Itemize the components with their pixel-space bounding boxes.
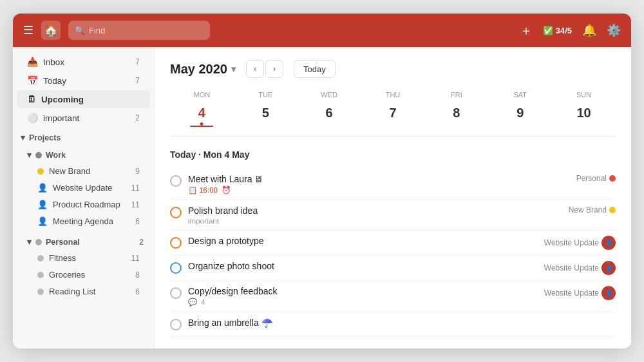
- sidebar-item-upcoming[interactable]: 🗓 Upcoming: [17, 90, 150, 108]
- day-name-sun: SUN: [576, 91, 591, 99]
- search-icon: 🔍: [75, 26, 85, 35]
- task-checkbox[interactable]: [170, 287, 182, 299]
- task-right: Personal: [538, 174, 616, 183]
- bell-icon[interactable]: 🔔: [582, 23, 596, 37]
- sidebar-item-new-brand[interactable]: New Brand 9: [17, 163, 150, 179]
- add-icon[interactable]: ＋: [520, 22, 533, 39]
- month-title[interactable]: May 2020 ▾: [170, 62, 236, 77]
- today-button[interactable]: Today: [294, 60, 336, 78]
- task-checkbox[interactable]: [170, 207, 182, 218]
- task-item: Organize photo shoot Website Update 👤: [170, 256, 616, 281]
- projects-header[interactable]: ▾ Projects: [13, 128, 154, 145]
- task-body: Copy/design feedback 💬 4: [188, 286, 532, 307]
- search-bar[interactable]: 🔍: [68, 21, 210, 40]
- task-project-label: Personal: [576, 174, 607, 183]
- sidebar-item-groceries[interactable]: Groceries 8: [17, 267, 150, 283]
- avatar: 👤: [601, 286, 616, 300]
- fitness-count: 11: [131, 254, 140, 263]
- section-date: Today · Mon 4 May: [170, 149, 616, 160]
- fitness-label: Fitness: [49, 253, 76, 263]
- task-item: Bring an umbrella ☂️: [170, 312, 616, 336]
- website-update-label: Website Update: [53, 183, 112, 193]
- task-title: Bring an umbrella ☂️: [188, 318, 616, 328]
- today-count: 7: [135, 76, 140, 85]
- main-layout: 📥 Inbox 7 📅 Today 7 🗓 Upcoming ⚪ importa…: [13, 47, 631, 348]
- inbox-count: 7: [135, 57, 140, 66]
- avatar: 👤: [601, 236, 616, 250]
- task-body: Bring an umbrella ☂️: [188, 318, 616, 329]
- projects-chevron-icon: ▾: [21, 133, 25, 142]
- badge-count: 34/5: [556, 26, 572, 35]
- groceries-label: Groceries: [49, 270, 85, 280]
- next-week-button[interactable]: ›: [265, 60, 283, 78]
- sidebar-item-reading-list[interactable]: Reading List 6: [17, 283, 150, 300]
- day-col-tue: TUE 5: [234, 88, 298, 129]
- task-checkbox[interactable]: [170, 262, 182, 274]
- day-name-sat: SAT: [513, 91, 527, 99]
- inbox-icon: 📥: [27, 57, 38, 67]
- day-num-thu[interactable]: 7: [381, 101, 404, 124]
- task-item: Meet with Laura 🖥 📋 16:00 ⏰ Personal: [170, 169, 616, 200]
- tasks-badge[interactable]: ✅ 34/5: [543, 26, 572, 35]
- day-num-mon[interactable]: 4: [190, 101, 213, 124]
- menu-icon[interactable]: ☰: [23, 23, 33, 37]
- sidebar-item-website-update[interactable]: 👤 Website Update 11: [17, 180, 150, 196]
- day-num-sun[interactable]: 10: [573, 101, 596, 124]
- task-label: important: [188, 217, 219, 225]
- day-name-fri: FRI: [451, 91, 462, 99]
- day-name-mon: MON: [194, 91, 211, 99]
- task-checkbox[interactable]: [170, 237, 182, 249]
- nav-buttons: ‹ ›: [246, 60, 283, 78]
- day-col-sun: SUN 10: [552, 88, 616, 129]
- check-icon: ✅: [543, 26, 553, 35]
- task-time: 📋 16:00: [188, 186, 218, 195]
- projects-label: Projects: [29, 133, 61, 142]
- home-button[interactable]: 🏠: [41, 21, 61, 40]
- upcoming-icon: 🗓: [27, 94, 36, 104]
- day-num-tue[interactable]: 5: [254, 101, 277, 124]
- sidebar-item-fitness[interactable]: Fitness 11: [17, 250, 150, 266]
- settings-icon[interactable]: ⚙️: [607, 23, 621, 37]
- personal-dot: [35, 239, 42, 245]
- day-num-fri[interactable]: 8: [445, 101, 468, 124]
- task-body: Design a prototype: [188, 236, 532, 247]
- sidebar-item-important[interactable]: ⚪ important 2: [17, 109, 150, 127]
- project-dot: [609, 207, 616, 213]
- task-checkbox[interactable]: [170, 319, 182, 330]
- sidebar-item-product-roadmap[interactable]: 👤 Product Roadmap 11: [17, 196, 150, 213]
- week-grid: MON 4 TUE 5 WED 6 THU 7 FRI: [170, 88, 616, 137]
- app-window: ☰ 🏠 🔍 ＋ ✅ 34/5 🔔 ⚙️ 📥 Inbox 7 📅: [13, 14, 631, 348]
- task-title: Polish brand idea: [188, 205, 532, 216]
- personal-count: 2: [139, 238, 144, 247]
- sidebar-item-today[interactable]: 📅 Today 7: [17, 71, 150, 90]
- work-header[interactable]: ▾ Work: [13, 145, 154, 162]
- task-right: Website Update 👤: [538, 286, 616, 300]
- task-project-label: Website Update: [544, 289, 599, 298]
- task-body: Polish brand idea important: [188, 205, 532, 225]
- task-meta: 💬 4: [188, 298, 532, 307]
- important-icon: ⚪: [27, 113, 38, 123]
- main-content: May 2020 ▾ ‹ › Today MON 4 TUE 5: [155, 47, 631, 348]
- person3-icon: 👤: [37, 216, 48, 226]
- groceries-dot: [37, 272, 44, 278]
- today-icon: 📅: [27, 75, 38, 86]
- sidebar-item-inbox[interactable]: 📥 Inbox 7: [17, 53, 150, 71]
- task-project: Personal: [576, 174, 616, 183]
- task-title: Organize photo shoot: [188, 261, 532, 271]
- product-roadmap-count: 11: [131, 200, 140, 209]
- task-project-label: Website Update: [544, 238, 599, 247]
- task-checkbox[interactable]: [170, 175, 182, 187]
- fitness-dot: [37, 255, 44, 262]
- prev-week-button[interactable]: ‹: [246, 60, 264, 78]
- work-dot: [35, 152, 42, 158]
- search-input[interactable]: [89, 26, 204, 35]
- day-num-wed[interactable]: 6: [317, 101, 341, 124]
- personal-header[interactable]: ▾ Personal 2: [13, 232, 154, 249]
- website-update-count: 11: [131, 184, 140, 193]
- day-num-sat[interactable]: 9: [509, 101, 532, 124]
- task-project: Website Update 👤: [544, 286, 616, 300]
- sidebar-item-meeting-agenda[interactable]: 👤 Meeting Agenda 6: [17, 213, 150, 229]
- day-col-fri: FRI 8: [424, 88, 488, 129]
- work-chevron-icon: ▾: [27, 150, 32, 160]
- comment-count: 4: [201, 298, 205, 306]
